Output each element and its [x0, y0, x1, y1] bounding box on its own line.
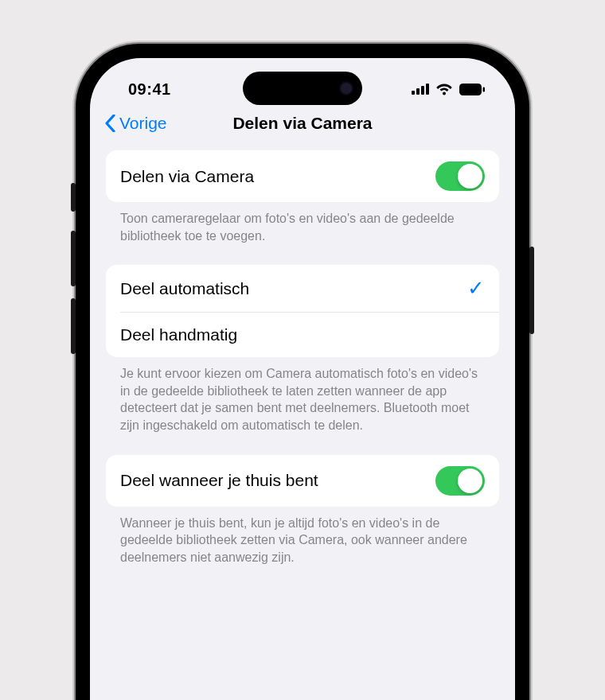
svg-rect-5: [483, 87, 486, 91]
share-auto-label: Deel automatisch: [120, 279, 249, 298]
share-via-camera-label: Delen via Camera: [120, 167, 254, 186]
phone-frame: 09:41 Vorige Delen via Camera Delen via …: [76, 44, 529, 700]
svg-rect-3: [426, 84, 429, 95]
cellular-icon: [412, 84, 429, 95]
screen: 09:41 Vorige Delen via Camera Delen via …: [90, 58, 515, 700]
side-button: [71, 231, 76, 286]
share-home-group: Deel wanneer je thuis bent: [106, 455, 499, 507]
share-home-footer: Wanneer je thuis bent, kun je altijd fot…: [106, 507, 499, 587]
back-label: Vorige: [119, 114, 167, 133]
status-icons: [412, 83, 485, 95]
share-auto-row[interactable]: Deel automatisch ✓: [106, 265, 499, 312]
side-button: [71, 298, 76, 354]
wifi-icon: [435, 83, 453, 95]
status-time: 09:41: [128, 80, 171, 99]
back-button[interactable]: Vorige: [104, 114, 167, 133]
share-manual-label: Deel handmatig: [120, 325, 237, 344]
front-camera-icon: [339, 81, 353, 95]
svg-rect-1: [416, 88, 420, 95]
share-mode-footer: Je kunt ervoor kiezen om Camera automati…: [106, 357, 499, 454]
nav-bar: Vorige Delen via Camera: [90, 106, 515, 142]
svg-rect-4: [459, 84, 482, 95]
share-via-camera-group: Delen via Camera: [106, 150, 499, 202]
dynamic-island: [243, 72, 362, 105]
share-home-row[interactable]: Deel wanneer je thuis bent: [106, 455, 499, 507]
share-mode-group: Deel automatisch ✓ Deel handmatig: [106, 265, 499, 357]
checkmark-icon: ✓: [467, 276, 485, 301]
chevron-left-icon: [104, 115, 116, 132]
battery-icon: [459, 84, 485, 95]
share-manual-row[interactable]: Deel handmatig: [106, 313, 499, 357]
side-button: [529, 247, 534, 334]
svg-rect-2: [421, 86, 424, 95]
content: Delen via Camera Toon cameraregelaar om …: [90, 142, 515, 586]
side-button: [71, 183, 76, 212]
share-via-camera-toggle[interactable]: [435, 161, 485, 191]
share-via-camera-footer: Toon cameraregelaar om foto's en video's…: [106, 202, 499, 265]
share-home-label: Deel wanneer je thuis bent: [120, 471, 318, 490]
share-home-toggle[interactable]: [435, 466, 485, 496]
share-via-camera-row[interactable]: Delen via Camera: [106, 150, 499, 202]
svg-rect-0: [412, 91, 415, 95]
